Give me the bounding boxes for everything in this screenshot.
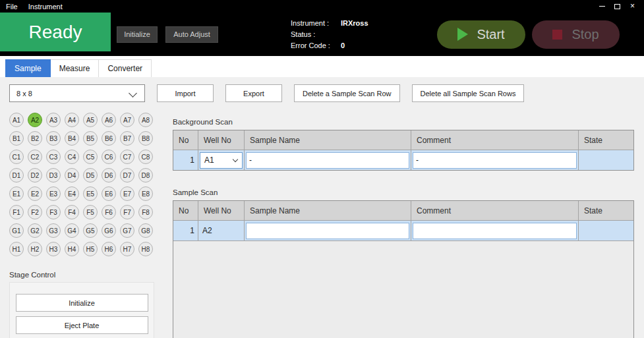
well-B1[interactable]: B1 [9, 131, 24, 146]
eject-plate-button[interactable]: Eject Plate [16, 316, 148, 334]
well-D8[interactable]: D8 [138, 168, 153, 183]
sample-name-input[interactable] [246, 152, 409, 169]
well-E7[interactable]: E7 [120, 186, 134, 201]
well-A6[interactable]: A6 [102, 113, 116, 127]
well-E2[interactable]: E2 [28, 186, 42, 201]
well-H7[interactable]: H7 [120, 242, 134, 256]
well-A7[interactable]: A7 [120, 113, 134, 127]
well-F3[interactable]: F3 [46, 205, 61, 219]
sample-scan-row[interactable]: 1 A2 [173, 221, 633, 240]
well-B2[interactable]: B2 [28, 131, 42, 146]
well-E6[interactable]: E6 [102, 186, 116, 201]
col-header-comment[interactable]: Comment [411, 201, 579, 220]
col-header-no[interactable]: No [173, 130, 198, 150]
well-D7[interactable]: D7 [120, 168, 134, 183]
start-button[interactable]: Start [437, 20, 525, 49]
well-G8[interactable]: G8 [138, 223, 153, 238]
col-header-well-no[interactable]: Well No [198, 201, 245, 220]
well-E4[interactable]: E4 [65, 186, 79, 201]
well-C1[interactable]: C1 [9, 150, 24, 164]
well-F1[interactable]: F1 [9, 205, 24, 219]
menu-instrument[interactable]: Instrument [23, 3, 68, 11]
well-H1[interactable]: H1 [9, 242, 24, 256]
well-D2[interactable]: D2 [28, 168, 42, 183]
well-F4[interactable]: F4 [65, 205, 79, 219]
well-E3[interactable]: E3 [46, 186, 61, 201]
well-F6[interactable]: F6 [102, 205, 116, 219]
well-B4[interactable]: B4 [65, 131, 79, 146]
comment-input[interactable] [413, 223, 577, 239]
well-C6[interactable]: C6 [102, 150, 116, 164]
auto-adjust-button[interactable]: Auto Adjust [165, 26, 218, 43]
well-D6[interactable]: D6 [102, 168, 116, 183]
well-A4[interactable]: A4 [65, 113, 79, 127]
well-G6[interactable]: G6 [102, 223, 116, 238]
well-G1[interactable]: G1 [9, 223, 24, 238]
sample-name-input[interactable] [246, 223, 409, 239]
menu-file[interactable]: File [0, 3, 23, 11]
well-B6[interactable]: B6 [102, 131, 116, 146]
well-H8[interactable]: H8 [138, 242, 153, 256]
stage-initialize-button[interactable]: Initialize [16, 294, 148, 312]
well-C7[interactable]: C7 [120, 150, 134, 164]
well-E1[interactable]: E1 [9, 186, 24, 201]
well-C2[interactable]: C2 [28, 150, 42, 164]
well-E8[interactable]: E8 [138, 186, 153, 201]
well-G7[interactable]: G7 [120, 223, 134, 238]
stop-button[interactable]: Stop [532, 20, 620, 49]
well-G4[interactable]: G4 [65, 223, 79, 238]
background-scan-row[interactable]: 1 A1 [173, 150, 633, 170]
well-F5[interactable]: F5 [83, 205, 98, 219]
well-B5[interactable]: B5 [83, 131, 98, 146]
well-B7[interactable]: B7 [120, 131, 134, 146]
delete-sample-scan-row-button[interactable]: Delete a Sample Scan Row [294, 84, 400, 102]
well-A8[interactable]: A8 [138, 113, 153, 127]
well-D5[interactable]: D5 [83, 168, 98, 183]
well-C8[interactable]: C8 [138, 150, 153, 164]
delete-all-sample-scan-rows-button[interactable]: Delete all Sample Scan Rows [412, 84, 525, 102]
close-button[interactable]: × [625, 0, 640, 13]
well-C5[interactable]: C5 [83, 150, 98, 164]
well-G3[interactable]: G3 [46, 223, 61, 238]
col-header-state[interactable]: State [579, 201, 633, 220]
well-B3[interactable]: B3 [46, 131, 61, 146]
col-header-well-no[interactable]: Well No [198, 130, 245, 150]
col-header-sample-name[interactable]: Sample Name [245, 130, 411, 150]
tab-converter[interactable]: Converter [99, 59, 152, 77]
export-button[interactable]: Export [225, 84, 282, 102]
well-H3[interactable]: H3 [46, 242, 61, 256]
well-A1[interactable]: A1 [9, 113, 24, 127]
well-E5[interactable]: E5 [83, 186, 98, 201]
well-C4[interactable]: C4 [65, 150, 79, 164]
plate-format-dropdown[interactable]: 8 x 8 [9, 84, 145, 102]
well-A2[interactable]: A2 [28, 113, 42, 127]
comment-input[interactable] [413, 152, 577, 169]
well-B8[interactable]: B8 [138, 131, 153, 146]
col-header-comment[interactable]: Comment [411, 130, 579, 150]
well-H5[interactable]: H5 [83, 242, 98, 256]
well-A5[interactable]: A5 [83, 113, 98, 127]
tab-measure[interactable]: Measure [51, 59, 100, 77]
import-button[interactable]: Import [157, 84, 214, 102]
well-D4[interactable]: D4 [65, 168, 79, 183]
col-header-state[interactable]: State [579, 130, 633, 150]
well-G2[interactable]: G2 [28, 223, 42, 238]
well-H4[interactable]: H4 [65, 242, 79, 256]
col-header-no[interactable]: No [173, 201, 198, 220]
maximize-button[interactable] [610, 0, 625, 13]
well-H2[interactable]: H2 [28, 242, 42, 256]
well-no-combobox[interactable]: A1 [200, 152, 243, 169]
well-F2[interactable]: F2 [28, 205, 42, 219]
col-header-sample-name[interactable]: Sample Name [245, 201, 411, 220]
well-D1[interactable]: D1 [9, 168, 24, 183]
tab-sample[interactable]: Sample [5, 59, 51, 77]
well-G5[interactable]: G5 [83, 223, 98, 238]
initialize-button[interactable]: Initialize [117, 26, 158, 43]
well-F8[interactable]: F8 [138, 205, 153, 219]
well-A3[interactable]: A3 [46, 113, 61, 127]
well-H6[interactable]: H6 [102, 242, 116, 256]
well-F7[interactable]: F7 [120, 205, 134, 219]
well-C3[interactable]: C3 [46, 150, 61, 164]
minimize-button[interactable] [595, 0, 610, 13]
well-D3[interactable]: D3 [46, 168, 61, 183]
